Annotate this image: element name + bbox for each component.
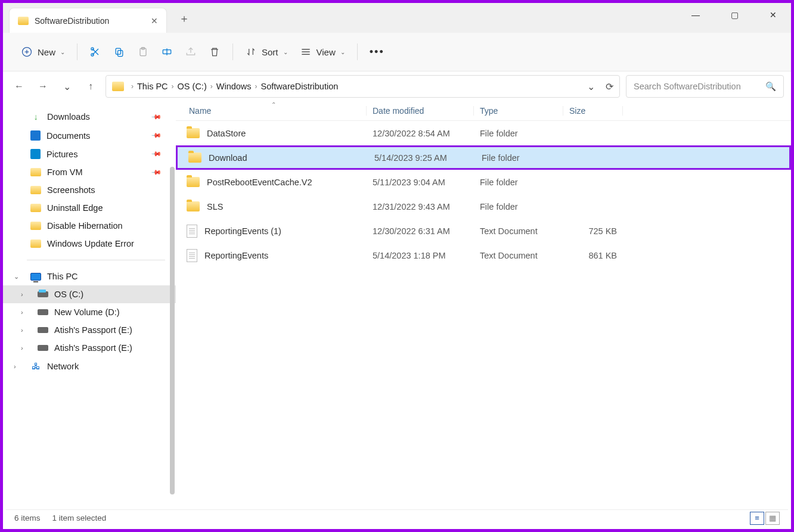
file-size: 725 KB <box>563 226 623 236</box>
sidebar-label: Atish's Passport (E:) <box>54 343 132 353</box>
chevron-down-icon[interactable]: ⌄ <box>587 81 595 92</box>
status-bar: 6 items 1 item selected ≡ ▦ <box>6 509 788 526</box>
sidebar-item[interactable]: Windows Update Error <box>3 235 176 253</box>
maximize-button[interactable]: ▢ <box>722 3 746 27</box>
sidebar-label: Pictures <box>46 150 77 159</box>
copy-button[interactable] <box>107 42 131 61</box>
chevron-right-icon[interactable]: › <box>21 344 23 351</box>
sidebar-item-network[interactable]: ›🖧Network <box>3 357 176 376</box>
more-button[interactable]: ••• <box>364 42 390 62</box>
header-name[interactable]: Name⌃ <box>176 106 367 116</box>
forward-button[interactable]: → <box>34 77 52 95</box>
file-row[interactable]: ReportingEvents (1)12/30/2022 6:31 AMTex… <box>176 219 791 243</box>
copy-icon <box>113 46 125 58</box>
chevron-right-icon: › <box>210 82 213 91</box>
sidebar-item-thispc[interactable]: ⌄This PC <box>3 267 176 285</box>
recent-button[interactable]: ⌄ <box>58 77 76 95</box>
file-date: 5/11/2023 9:04 AM <box>367 178 474 187</box>
chevron-down-icon: ⌄ <box>60 49 65 55</box>
cut-icon <box>89 46 101 58</box>
chevron-right-icon[interactable]: › <box>21 291 23 298</box>
file-date: 5/14/2023 1:18 PM <box>367 251 474 260</box>
address-bar[interactable]: › This PC › OS (C:) › Windows › Software… <box>106 75 620 98</box>
document-icon <box>30 130 41 141</box>
sidebar-item[interactable]: From VM📌 <box>3 163 176 181</box>
breadcrumb-item[interactable]: Windows <box>216 82 252 91</box>
header-type[interactable]: Type <box>474 106 563 116</box>
chevron-right-icon[interactable]: › <box>14 363 16 370</box>
sidebar-item[interactable]: Documents📌 <box>3 126 176 145</box>
chevron-right-icon[interactable]: › <box>21 326 23 334</box>
file-row[interactable]: PostRebootEventCache.V25/11/2023 9:04 AM… <box>176 170 791 194</box>
file-row[interactable]: SLS12/31/2022 9:43 AMFile folder <box>176 194 791 219</box>
minimize-button[interactable]: — <box>684 3 708 27</box>
chevron-down-icon[interactable]: ⌄ <box>14 273 19 281</box>
breadcrumb-item[interactable]: OS (C:) <box>178 82 207 91</box>
view-label: View <box>317 47 336 57</box>
drive-icon <box>38 291 48 297</box>
chevron-down-icon: ⌄ <box>283 49 288 55</box>
file-row[interactable]: ReportingEvents5/14/2023 1:18 PMText Doc… <box>176 243 791 267</box>
sidebar-item-drive[interactable]: ›Atish's Passport (E:) <box>3 321 176 339</box>
file-type: File folder <box>474 178 563 187</box>
file-name: PostRebootEventCache.V2 <box>207 178 312 187</box>
new-button[interactable]: New ⌄ <box>15 42 71 61</box>
sidebar-item-drive[interactable]: ›New Volume (D:) <box>3 303 176 321</box>
sort-asc-icon: ⌃ <box>271 101 276 108</box>
delete-button[interactable] <box>203 42 227 61</box>
chevron-right-icon: › <box>255 82 258 91</box>
file-name: DataStore <box>207 129 246 138</box>
cut-button[interactable] <box>83 42 107 61</box>
refresh-icon[interactable]: ⟳ <box>606 81 613 92</box>
sort-button[interactable]: Sort ⌄ <box>239 42 294 61</box>
sidebar-item[interactable]: Screenshots <box>3 181 176 199</box>
new-tab-button[interactable]: ＋ <box>179 11 190 26</box>
file-name: ReportingEvents <box>204 251 268 260</box>
breadcrumb-item[interactable]: SoftwareDistribution <box>261 82 339 91</box>
drive-icon <box>38 345 48 351</box>
close-tab-icon[interactable]: ✕ <box>151 16 158 26</box>
sidebar-item[interactable]: Pictures📌 <box>3 145 176 163</box>
sidebar-label: Atish's Passport (E:) <box>54 325 132 335</box>
rename-icon <box>161 46 173 58</box>
sidebar-label: Network <box>47 362 79 371</box>
paste-button[interactable] <box>131 42 155 61</box>
title-bar: SoftwareDistribution ✕ ＋ — ▢ ✕ <box>3 3 791 33</box>
close-button[interactable]: ✕ <box>761 3 785 27</box>
chevron-right-icon[interactable]: › <box>21 309 23 316</box>
folder-icon <box>187 177 200 187</box>
view-button[interactable]: View ⌄ <box>294 42 351 61</box>
sidebar-label: OS (C:) <box>54 290 83 299</box>
breadcrumb-item[interactable]: This PC <box>137 82 168 91</box>
header-size[interactable]: Size <box>563 106 623 116</box>
folder-icon <box>187 128 200 138</box>
sidebar-item-drive[interactable]: ›Atish's Passport (E:) <box>3 339 176 357</box>
search-input[interactable]: Search SoftwareDistribution 🔍 <box>626 75 784 98</box>
file-date: 12/31/2022 9:43 AM <box>367 202 474 211</box>
paste-icon <box>137 46 149 58</box>
sidebar-item[interactable]: ↓Downloads📌 <box>3 107 176 126</box>
file-row[interactable]: DataStore12/30/2022 8:54 AMFile folder <box>176 121 791 145</box>
folder-icon <box>112 82 124 91</box>
file-row[interactable]: Download5/14/2023 9:25 AMFile folder <box>176 145 791 170</box>
up-button[interactable]: ↑ <box>82 77 100 95</box>
view-icon <box>300 46 312 58</box>
plus-circle-icon <box>21 46 33 58</box>
share-button[interactable] <box>179 42 203 61</box>
thumbnails-view-button[interactable]: ▦ <box>765 512 780 525</box>
back-button[interactable]: ← <box>10 77 28 95</box>
sidebar-item[interactable]: Disable Hibernation <box>3 217 176 235</box>
sidebar-label: Documents <box>46 131 90 141</box>
rename-button[interactable] <box>155 42 179 61</box>
pc-icon <box>30 273 41 281</box>
header-date[interactable]: Date modified <box>367 106 474 116</box>
tab[interactable]: SoftwareDistribution ✕ <box>9 8 167 33</box>
sidebar-item[interactable]: Uninstall Edge <box>3 199 176 217</box>
drive-icon <box>38 309 48 315</box>
sidebar-item-drive[interactable]: ›OS (C:) <box>3 285 176 303</box>
toolbar: New ⌄ Sort ⌄ View ⌄ ••• <box>3 33 791 71</box>
sidebar-label: New Volume (D:) <box>54 307 120 317</box>
details-view-button[interactable]: ≡ <box>750 512 764 525</box>
sort-label: Sort <box>262 47 278 57</box>
sort-icon <box>245 46 257 58</box>
